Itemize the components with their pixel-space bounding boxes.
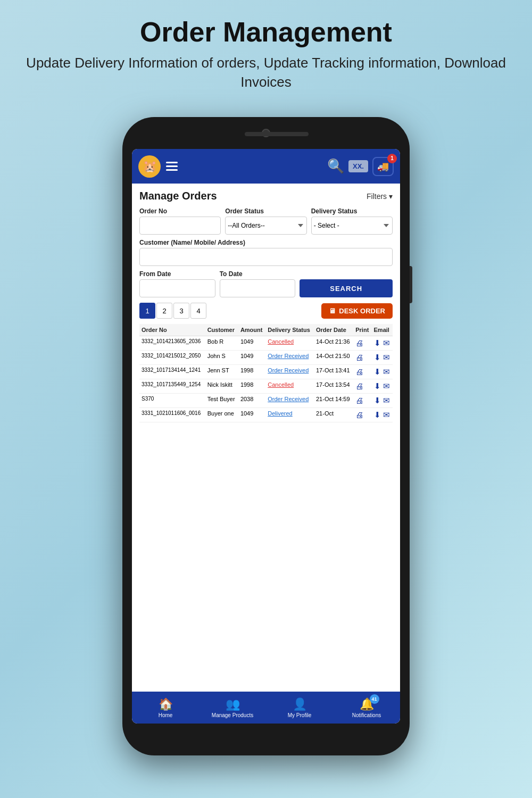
cell-customer: Bob R: [205, 336, 238, 351]
cell-email: ⬇ ✉: [372, 408, 393, 422]
cell-print[interactable]: 🖨: [353, 336, 371, 351]
nav-notifications[interactable]: 🔔 41 Notifications: [333, 697, 400, 718]
cell-email: ⬇ ✉: [372, 394, 393, 408]
page-4-button[interactable]: 4: [190, 303, 206, 319]
print-icon[interactable]: 🖨: [355, 396, 363, 405]
page-2-button[interactable]: 2: [156, 303, 172, 319]
notifications-badge: 41: [370, 694, 379, 704]
print-icon[interactable]: 🖨: [355, 338, 363, 347]
nav-notifications-label: Notifications: [352, 712, 381, 718]
email-icon[interactable]: ✉: [383, 381, 390, 391]
customer-input[interactable]: [139, 248, 393, 266]
cell-print[interactable]: 🖨: [353, 365, 371, 379]
phone-frame: 🐹 🔍 XX. 🚚 1 Manage Orders Filters ▾: [122, 117, 410, 755]
download-icon[interactable]: ⬇: [374, 381, 381, 391]
cell-amount: 1049: [238, 336, 265, 351]
cell-order-no: 3332_1017134144_1241: [139, 365, 205, 379]
download-icon[interactable]: ⬇: [374, 353, 381, 362]
print-icon[interactable]: 🖨: [355, 381, 363, 390]
email-icon[interactable]: ✉: [383, 410, 390, 420]
order-no-col: Order No: [139, 207, 221, 235]
page-title: Order Management: [0, 16, 532, 48]
col-customer: Customer: [205, 324, 238, 336]
filter-row-1: Order No Order Status --All Orders-- Del…: [139, 207, 393, 235]
user-badge[interactable]: XX.: [348, 160, 368, 172]
download-icon[interactable]: ⬇: [374, 367, 381, 377]
cart-badge: 1: [387, 154, 397, 163]
email-icon[interactable]: ✉: [383, 353, 390, 362]
bottom-nav: 🏠 Home 👥 Manage Products 👤 My Profile 🔔 …: [132, 692, 400, 724]
cart-icon: 🚚: [377, 161, 389, 172]
nav-manage-products[interactable]: 👥 Manage Products: [199, 697, 266, 718]
cell-amount: 1049: [238, 351, 265, 365]
col-order-no: Order No: [139, 324, 205, 336]
page-subtitle: Update Delivery Information of orders, U…: [0, 53, 532, 92]
cell-order-date: 17-Oct 13:41: [314, 365, 353, 379]
cell-delivery-status[interactable]: Delivered: [265, 408, 314, 422]
nav-my-profile-label: My Profile: [288, 712, 311, 718]
col-amount: Amount: [238, 324, 265, 336]
nav-right: 🔍 XX. 🚚 1: [327, 157, 394, 176]
cell-amount: 1998: [238, 365, 265, 379]
to-date-input[interactable]: [220, 279, 296, 297]
delivery-status-select[interactable]: - Select -: [311, 217, 393, 235]
customer-label: Customer (Name/ Mobile/ Address): [139, 239, 393, 246]
download-icon[interactable]: ⬇: [374, 396, 381, 405]
cell-print[interactable]: 🖨: [353, 408, 371, 422]
cell-delivery-status[interactable]: Order Received: [265, 351, 314, 365]
print-icon[interactable]: 🖨: [355, 410, 363, 419]
cell-print[interactable]: 🖨: [353, 379, 371, 394]
app-logo[interactable]: 🐹: [138, 155, 161, 178]
delivery-status-col: Delivery Status - Select -: [311, 207, 393, 235]
filters-button[interactable]: Filters ▾: [367, 192, 393, 201]
cell-customer: Test Buyer: [205, 394, 238, 408]
table-row: S370 Test Buyer 2038 Order Received 21-O…: [139, 394, 393, 408]
download-icon[interactable]: ⬇: [374, 338, 381, 348]
phone-side-button: [410, 266, 412, 303]
order-no-input[interactable]: [139, 217, 221, 235]
cell-print[interactable]: 🖨: [353, 394, 371, 408]
download-icon[interactable]: ⬇: [374, 410, 381, 420]
cart-button[interactable]: 🚚 1: [372, 157, 394, 176]
cell-order-date: 14-Oct 21:50: [314, 351, 353, 365]
cell-delivery-status[interactable]: Cancelled: [265, 379, 314, 394]
desk-order-button[interactable]: 🖥 DESK ORDER: [321, 303, 393, 319]
hamburger-menu[interactable]: [166, 162, 178, 171]
cell-delivery-status[interactable]: Order Received: [265, 365, 314, 379]
print-icon[interactable]: 🖨: [355, 353, 363, 362]
search-button[interactable]: SEARCH: [300, 279, 393, 297]
order-status-label: Order Status: [225, 207, 306, 215]
print-icon[interactable]: 🖨: [355, 367, 363, 376]
email-icon[interactable]: ✉: [383, 338, 390, 348]
cell-order-date: 14-Oct 21:36: [314, 336, 353, 351]
manage-orders-title: Manage Orders: [139, 190, 217, 202]
cell-delivery-status[interactable]: Cancelled: [265, 336, 314, 351]
page-1-button[interactable]: 1: [139, 303, 155, 319]
app-content: Manage Orders Filters ▾ Order No Order S…: [132, 184, 400, 692]
profile-icon: 👤: [293, 697, 307, 711]
delivery-status-label: Delivery Status: [311, 207, 393, 215]
email-icon[interactable]: ✉: [383, 396, 390, 405]
to-date-col: To Date: [220, 270, 296, 297]
nav-home[interactable]: 🏠 Home: [132, 697, 199, 718]
desk-order-icon: 🖥: [329, 307, 336, 315]
manage-products-icon: 👥: [226, 697, 240, 711]
page-3-button[interactable]: 3: [173, 303, 189, 319]
cell-order-date: 17-Oct 13:54: [314, 379, 353, 394]
nav-left: 🐹: [138, 155, 178, 178]
col-print: Print: [353, 324, 371, 336]
home-icon: 🏠: [159, 697, 173, 711]
cell-delivery-status[interactable]: Order Received: [265, 394, 314, 408]
nav-my-profile[interactable]: 👤 My Profile: [266, 697, 333, 718]
cell-customer: Jenn ST: [205, 365, 238, 379]
col-order-date: Order Date: [314, 324, 353, 336]
email-icon[interactable]: ✉: [383, 367, 390, 377]
col-email: Email: [372, 324, 393, 336]
search-icon[interactable]: 🔍: [327, 158, 344, 174]
cell-order-no: 3331_1021011606_0016: [139, 408, 205, 422]
cell-print[interactable]: 🖨: [353, 351, 371, 365]
cell-order-no: S370: [139, 394, 205, 408]
order-status-select[interactable]: --All Orders--: [225, 217, 306, 235]
from-date-input[interactable]: [139, 279, 215, 297]
phone-screen: 🐹 🔍 XX. 🚚 1 Manage Orders Filters ▾: [132, 149, 400, 724]
